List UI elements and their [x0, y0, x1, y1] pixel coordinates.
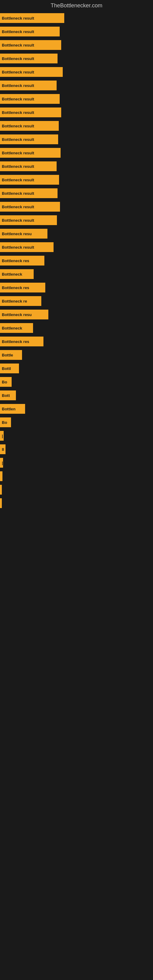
bar-row: Bottleneck res: [0, 254, 153, 267]
bottleneck-bar[interactable]: Bottleneck result: [0, 40, 61, 50]
bar-row: Bottleneck result: [0, 92, 153, 106]
bar-row: Bottleneck result: [0, 213, 153, 227]
bottleneck-bar[interactable]: [0, 471, 2, 481]
bottleneck-bar[interactable]: Bottleneck resu: [0, 229, 48, 239]
bottleneck-bar[interactable]: Bo: [0, 377, 12, 387]
bottleneck-bar[interactable]: Bottleneck: [0, 323, 33, 333]
bottleneck-bar[interactable]: Bottl: [0, 364, 19, 373]
bar-row: Bottleneck result: [0, 79, 153, 92]
bottleneck-bar[interactable]: Bottleneck result: [0, 108, 61, 117]
bottleneck-bar[interactable]: Bottleneck result: [0, 67, 63, 77]
bottleneck-bar[interactable]: Bottleneck result: [0, 148, 61, 158]
bottleneck-bar[interactable]: Bottleneck result: [0, 81, 57, 90]
bottleneck-bar[interactable]: Bottleneck result: [0, 202, 60, 212]
bottleneck-bar[interactable]: Bottleneck re: [0, 296, 41, 306]
bottleneck-bar[interactable]: Bottleneck resu: [0, 310, 48, 320]
bottleneck-bar[interactable]: Bottleneck result: [0, 54, 57, 64]
bar-row: Bottleneck result: [0, 119, 153, 133]
bar-row: Bottleneck result: [0, 11, 153, 25]
bar-row: [0, 496, 153, 510]
bar-row: Bottleneck res: [0, 335, 153, 348]
bar-row: Bottleneck resu: [0, 227, 153, 240]
bar-row: Bottleneck: [0, 267, 153, 281]
bar-row: Bottleneck result: [0, 200, 153, 213]
bar-row: Bottleneck result: [0, 159, 153, 173]
bottleneck-bar[interactable]: Bottleneck result: [0, 215, 57, 225]
bar-row: Bottleneck result: [0, 146, 153, 159]
bottleneck-bar[interactable]: Bottle: [0, 350, 22, 360]
bottleneck-bar[interactable]: [0, 498, 2, 508]
bottleneck-bar[interactable]: Bottleneck res: [0, 256, 45, 266]
bar-row: Bottleneck res: [0, 281, 153, 294]
bottleneck-bar[interactable]: Bottleneck result: [0, 27, 60, 37]
bottleneck-bar[interactable]: Bottleneck result: [0, 13, 64, 23]
bar-row: Bottleneck result: [0, 52, 153, 65]
bottleneck-bar[interactable]: Bottleneck: [0, 269, 33, 279]
bar-row: Bottleneck result: [0, 38, 153, 52]
bar-row: Bottleneck result: [0, 25, 153, 38]
bar-row: Bottleneck result: [0, 133, 153, 146]
bar-row: [0, 469, 153, 483]
bottleneck-bar[interactable]: |: [0, 458, 3, 468]
bar-row: Bottlen: [0, 402, 153, 415]
bar-row: Bottleneck: [0, 321, 153, 335]
bottleneck-bar[interactable]: 8: [0, 444, 5, 454]
bar-row: Bottleneck resu: [0, 308, 153, 321]
bottleneck-bar[interactable]: [0, 485, 2, 495]
bar-row: Bottl: [0, 362, 153, 375]
bar-row: Bottleneck result: [0, 240, 153, 254]
bar-row: Bottleneck re: [0, 294, 153, 308]
bar-row: Bottleneck result: [0, 106, 153, 119]
bar-row: Bottleneck result: [0, 186, 153, 200]
bottleneck-bar[interactable]: Bottleneck result: [0, 188, 57, 198]
bottleneck-bar[interactable]: Bottleneck res: [0, 337, 43, 346]
bottleneck-bar[interactable]: Bo: [0, 417, 11, 427]
bar-row: Bottle: [0, 348, 153, 362]
bottleneck-bar[interactable]: Bottleneck result: [0, 175, 59, 185]
site-title: TheBottlenecker.com: [0, 0, 153, 11]
bottleneck-bar[interactable]: Bottleneck result: [0, 161, 57, 171]
bar-row: [0, 483, 153, 496]
bottleneck-bar[interactable]: Bottleneck result: [0, 94, 60, 104]
bottleneck-bar[interactable]: Bottleneck result: [0, 121, 59, 131]
bar-row: Bott: [0, 389, 153, 402]
bar-row: 8: [0, 442, 153, 456]
bar-row: Bo: [0, 415, 153, 429]
bar-row: |: [0, 456, 153, 469]
bar-row: |: [0, 429, 153, 442]
bar-row: Bottleneck result: [0, 173, 153, 186]
bar-row: Bo: [0, 375, 153, 389]
bottleneck-bar[interactable]: Bott: [0, 390, 16, 400]
bottleneck-bar[interactable]: Bottleneck result: [0, 242, 54, 252]
bar-row: Bottleneck result: [0, 65, 153, 79]
bottleneck-bar[interactable]: Bottlen: [0, 404, 25, 414]
bottleneck-bar[interactable]: Bottleneck result: [0, 134, 58, 144]
bottleneck-bar[interactable]: |: [0, 431, 4, 441]
bottleneck-bar[interactable]: Bottleneck res: [0, 283, 45, 293]
